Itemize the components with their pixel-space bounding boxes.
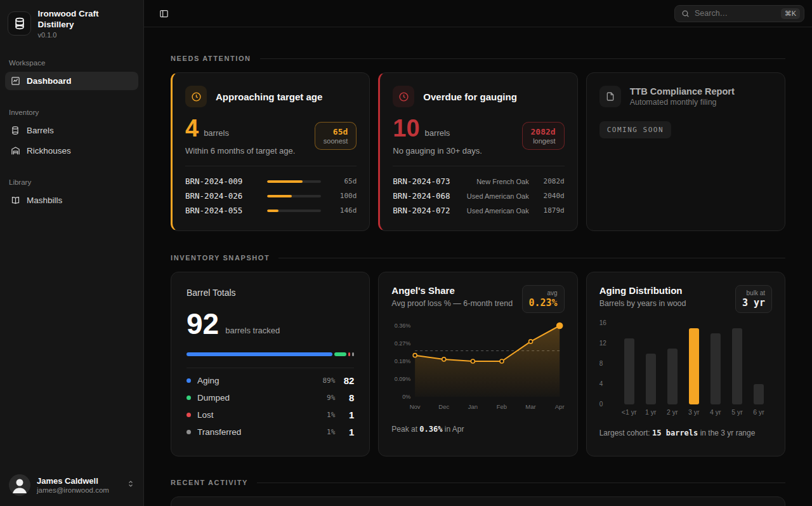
barrel-row: BRN-2024-068 Used American Oak 2040d bbox=[393, 189, 564, 203]
card-title: Overdue for gauging bbox=[423, 91, 517, 102]
legend-dot bbox=[187, 430, 191, 434]
wood-type: Used American Oak bbox=[467, 192, 529, 200]
sidebar-item-barrels[interactable]: Barrels bbox=[5, 121, 138, 140]
card-activity-log: Activity log Added Updated Removed Resto… bbox=[171, 496, 785, 506]
section-recent-activity: RECENT ACTIVITY bbox=[171, 479, 785, 486]
progress-track bbox=[267, 180, 321, 183]
legend-row-transferred: Transferred 1% 1 bbox=[187, 423, 354, 441]
bar-2 yr bbox=[667, 349, 678, 404]
divider bbox=[393, 166, 564, 166]
app-root: Ironwood Craft Distillery v0.1.0 Workspa… bbox=[0, 0, 812, 506]
segment-aging bbox=[187, 352, 332, 356]
sidebar-item-mashbills[interactable]: Mashbills bbox=[5, 191, 138, 210]
svg-text:0%: 0% bbox=[402, 394, 410, 400]
metric-description: Within 6 months of target age. bbox=[185, 146, 295, 156]
bar-5 yr bbox=[732, 328, 742, 404]
sidebar-item-rickhouses[interactable]: Rickhouses bbox=[5, 142, 138, 160]
avg-badge: avg 0.23% bbox=[522, 285, 565, 313]
card-aging-distribution: Aging Distribution Barrels by years in w… bbox=[586, 272, 785, 456]
user-menu[interactable]: James Caldwell james@ironwood.com bbox=[5, 469, 138, 501]
segment-transferred bbox=[352, 352, 354, 356]
search-input[interactable] bbox=[695, 9, 776, 18]
chart-icon bbox=[10, 76, 20, 86]
user-name: James Caldwell bbox=[37, 476, 109, 487]
card-title: Approaching target age bbox=[216, 91, 322, 102]
legend-dot bbox=[187, 396, 191, 400]
chart-footer: Largest cohort: 15 barrels in the 3 yr r… bbox=[599, 429, 772, 437]
bar-1 yr bbox=[646, 354, 656, 404]
bar-<1 yr bbox=[624, 338, 634, 404]
legend-dot bbox=[187, 413, 191, 417]
book-icon bbox=[10, 195, 20, 205]
segment-dumped bbox=[334, 352, 347, 356]
barrel-row: BRN-2024-072 Used American Oak 1879d bbox=[393, 203, 564, 218]
aging-distribution-bar-chart: 1612840<1 yr1 yr2 yr3 yr4 yr5 yr6 yr bbox=[599, 323, 772, 420]
card-title: Angel's Share bbox=[391, 285, 513, 296]
wood-type: Used American Oak bbox=[467, 207, 529, 215]
topbar: ⌘K bbox=[144, 0, 812, 27]
section-divider bbox=[260, 58, 785, 59]
card-barrel-totals: Barrel Totals 92 barrels tracked bbox=[171, 272, 370, 456]
svg-text:0.36%: 0.36% bbox=[395, 323, 411, 329]
card-subtitle: Automated monthly filing bbox=[630, 98, 735, 107]
sidebar-item-label: Rickhouses bbox=[27, 146, 71, 156]
section-divider bbox=[278, 258, 785, 258]
sidebar-section-workspace: Workspace bbox=[5, 59, 138, 67]
segment-lost bbox=[348, 352, 350, 356]
main-column: ⌘K NEEDS ATTENTION Approaching target ag… bbox=[144, 0, 812, 506]
bar-3 yr bbox=[689, 328, 699, 404]
sidebar-item-dashboard[interactable]: Dashboard bbox=[5, 72, 138, 90]
barrel-row: BRN-2024-009 65d bbox=[185, 174, 357, 189]
progress-fill bbox=[267, 210, 278, 212]
svg-text:Apr: Apr bbox=[555, 403, 565, 410]
svg-text:Jan: Jan bbox=[468, 403, 478, 410]
warehouse-icon bbox=[10, 145, 20, 156]
metric-description: No gauging in 30+ days. bbox=[393, 146, 482, 156]
sidebar-item-label: Barrels bbox=[27, 126, 54, 135]
card-subtitle: Avg proof loss % — 6-month trend bbox=[391, 299, 513, 308]
wood-type: New French Oak bbox=[476, 178, 529, 185]
metric-unit: barrels bbox=[425, 128, 450, 140]
card-title: Aging Distribution bbox=[599, 285, 686, 296]
divider bbox=[187, 368, 354, 368]
search-box[interactable]: ⌘K bbox=[674, 5, 804, 22]
section-title: NEEDS ATTENTION bbox=[171, 55, 251, 62]
svg-text:Nov: Nov bbox=[410, 403, 421, 410]
progress-track bbox=[267, 195, 321, 197]
svg-text:Mar: Mar bbox=[526, 403, 536, 410]
longest-badge: 2082d longest bbox=[522, 122, 565, 150]
progress-track bbox=[267, 210, 321, 212]
legend-dot bbox=[187, 378, 191, 383]
progress-fill bbox=[267, 180, 302, 183]
panel-left-icon bbox=[159, 9, 169, 18]
total-unit: barrels tracked bbox=[225, 326, 280, 338]
barrel-row: BRN-2024-026 100d bbox=[185, 189, 357, 203]
card-subtitle: Barrels by years in wood bbox=[599, 299, 686, 308]
barrel-icon bbox=[13, 17, 26, 30]
svg-text:Dec: Dec bbox=[439, 403, 450, 410]
divider bbox=[185, 166, 357, 166]
chevron-up-down-icon bbox=[127, 479, 134, 491]
clock-icon bbox=[185, 86, 207, 107]
section-title: RECENT ACTIVITY bbox=[171, 479, 248, 486]
metric-count: 10 bbox=[393, 116, 419, 140]
app-version: v0.1.0 bbox=[37, 31, 136, 39]
app-logo bbox=[8, 11, 31, 36]
section-needs-attention: NEEDS ATTENTION bbox=[171, 55, 785, 62]
search-shortcut-badge: ⌘K bbox=[781, 8, 800, 19]
svg-text:Feb: Feb bbox=[497, 403, 507, 410]
card-overdue-gauging: Overdue for gauging 10 barrels No gaugin… bbox=[378, 72, 577, 231]
card-title: TTB Compliance Report bbox=[630, 86, 735, 97]
dashboard-content: NEEDS ATTENTION Approaching target age bbox=[144, 27, 812, 506]
card-ttb-compliance: TTB Compliance Report Automated monthly … bbox=[586, 72, 785, 231]
sidebar-toggle-button[interactable] bbox=[155, 5, 172, 22]
metric-unit: barrels bbox=[204, 128, 229, 140]
sidebar: Ironwood Craft Distillery v0.1.0 Workspa… bbox=[0, 0, 144, 506]
bar-6 yr bbox=[754, 384, 764, 404]
svg-text:0.18%: 0.18% bbox=[395, 358, 411, 364]
status-stacked-bar bbox=[187, 352, 354, 356]
section-title: INVENTORY SNAPSHOT bbox=[171, 254, 270, 262]
barrel-row: BRN-2024-055 146d bbox=[185, 203, 357, 218]
brand: Ironwood Craft Distillery v0.1.0 bbox=[5, 5, 138, 43]
file-icon bbox=[599, 86, 621, 107]
